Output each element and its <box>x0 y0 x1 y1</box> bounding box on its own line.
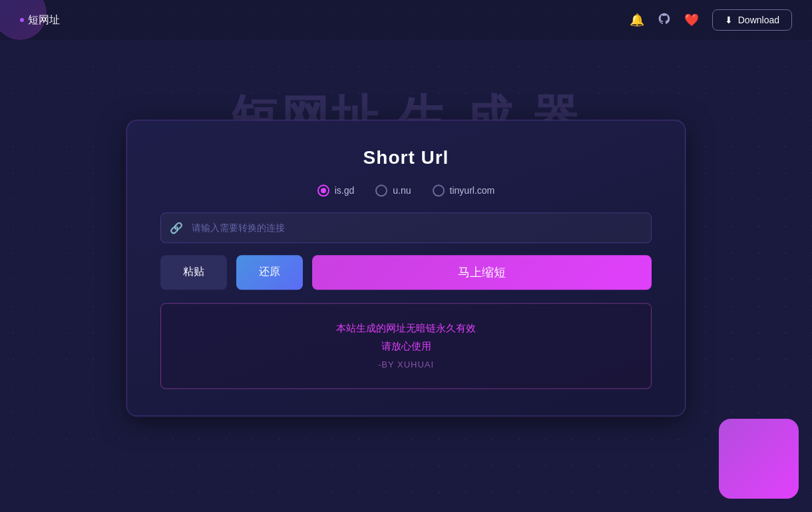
info-box: 本站生成的网址无暗链永久有效 请放心使用 -BY XUHUAI <box>160 303 652 389</box>
radio-tinyurl[interactable]: tinyurl.com <box>433 184 495 196</box>
url-input[interactable] <box>160 212 652 243</box>
shorten-button[interactable]: 马上缩短 <box>312 255 652 290</box>
radio-isgd-label: is.gd <box>335 185 355 196</box>
main-container: Short Url is.gd u.nu tinyurl.com 🔗 粘贴 <box>126 120 686 416</box>
header: 短网址 🔔 ❤️ ⬇ Download <box>0 0 812 40</box>
heart-icon[interactable]: ❤️ <box>684 13 699 27</box>
header-right: 🔔 ❤️ ⬇ Download <box>630 9 792 31</box>
download-label: Download <box>738 15 779 25</box>
radio-isgd-circle <box>317 184 329 196</box>
github-icon[interactable] <box>658 12 671 29</box>
radio-isgd[interactable]: is.gd <box>317 184 355 196</box>
download-button[interactable]: ⬇ Download <box>712 9 792 31</box>
radio-unu-label: u.nu <box>393 185 411 196</box>
info-line-3: -BY XUHUAI <box>174 360 638 370</box>
paste-button[interactable]: 粘贴 <box>160 255 227 290</box>
info-line-2: 请放心使用 <box>174 340 638 353</box>
radio-tinyurl-circle <box>433 184 445 196</box>
radio-tinyurl-label: tinyurl.com <box>450 185 495 196</box>
radio-unu-circle <box>375 184 387 196</box>
action-buttons-row: 粘贴 还原 马上缩短 <box>160 255 652 290</box>
bell-icon[interactable]: 🔔 <box>630 13 644 27</box>
decoration-circle-bottom-right <box>719 419 799 499</box>
logo: 短网址 <box>20 13 60 27</box>
card-title: Short Url <box>160 147 652 168</box>
url-shortener-card: Short Url is.gd u.nu tinyurl.com 🔗 粘贴 <box>126 120 686 416</box>
restore-button[interactable]: 还原 <box>236 255 303 290</box>
logo-text: 短网址 <box>28 13 60 27</box>
logo-dot <box>20 18 24 22</box>
download-icon: ⬇ <box>725 15 733 25</box>
info-line-1: 本站生成的网址无暗链永久有效 <box>174 322 638 335</box>
url-input-wrapper: 🔗 <box>160 212 652 243</box>
radio-unu[interactable]: u.nu <box>375 184 411 196</box>
service-radio-group: is.gd u.nu tinyurl.com <box>160 184 652 196</box>
